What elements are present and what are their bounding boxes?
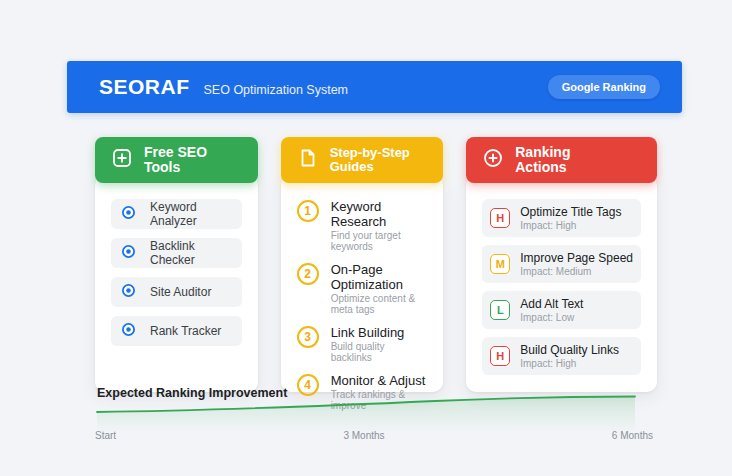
axis-label-6-months: 6 Months bbox=[612, 430, 653, 441]
tool-keyword-analyzer[interactable]: Keyword Analyzer bbox=[111, 199, 242, 229]
impact-badge-high: H bbox=[490, 208, 510, 228]
tool-label: Site Auditor bbox=[150, 285, 211, 299]
action-add-alt-text[interactable]: L Add Alt Text Impact: Low bbox=[482, 291, 641, 329]
card-title: Free SEO Tools bbox=[144, 145, 240, 176]
ranking-actions-card: Ranking Actions H Optimize Title Tags Im… bbox=[466, 137, 657, 392]
free-seo-tools-card: Free SEO Tools Keyword Analyzer Backlink… bbox=[95, 137, 258, 392]
impact-badge-low: L bbox=[490, 300, 510, 320]
step-title: On-Page Optimization bbox=[331, 262, 428, 292]
card-title: Step-by-Step Guides bbox=[330, 146, 426, 175]
impact-badge-high: H bbox=[490, 346, 510, 366]
document-icon bbox=[297, 147, 319, 172]
step-title: Link Building bbox=[331, 325, 428, 340]
step-subtitle: Build quality backlinks bbox=[331, 341, 428, 363]
axis-label-3-months: 3 Months bbox=[343, 430, 384, 441]
chart-x-axis: Start 3 Months 6 Months bbox=[95, 430, 653, 441]
step-number: 3 bbox=[297, 326, 319, 348]
tool-site-auditor[interactable]: Site Auditor bbox=[111, 277, 242, 307]
free-seo-tools-header: Free SEO Tools bbox=[95, 137, 258, 183]
tool-label: Backlink Checker bbox=[150, 239, 232, 267]
action-title: Build Quality Links bbox=[520, 343, 619, 357]
guide-step-1: 1 Keyword Research Find your target keyw… bbox=[297, 199, 428, 252]
ranking-actions-header: Ranking Actions bbox=[466, 137, 657, 183]
action-impact: Impact: High bbox=[520, 358, 619, 369]
app-header: SEORAF SEO Optimization System Google Ra… bbox=[67, 61, 682, 113]
guides-card: Step-by-Step Guides 1 Keyword Research F… bbox=[281, 137, 444, 392]
action-impact: Impact: High bbox=[520, 220, 621, 231]
radio-icon bbox=[121, 244, 136, 263]
free-seo-tools-body: Keyword Analyzer Backlink Checker Site A… bbox=[95, 175, 258, 392]
action-optimize-title-tags[interactable]: H Optimize Title Tags Impact: High bbox=[482, 199, 641, 237]
brand-tagline: SEO Optimization System bbox=[204, 83, 349, 97]
step-subtitle: Optimize content & meta tags bbox=[331, 293, 428, 315]
tool-rank-tracker[interactable]: Rank Tracker bbox=[111, 316, 242, 346]
axis-label-start: Start bbox=[95, 430, 116, 441]
radio-icon bbox=[121, 322, 136, 341]
action-title: Optimize Title Tags bbox=[520, 205, 621, 219]
action-impact: Impact: Medium bbox=[520, 266, 633, 277]
tool-backlink-checker[interactable]: Backlink Checker bbox=[111, 238, 242, 268]
ranking-improvement-chart: Expected Ranking Improvement Start 3 Mon… bbox=[95, 386, 655, 448]
step-number: 1 bbox=[297, 200, 319, 222]
tool-label: Keyword Analyzer bbox=[150, 200, 232, 228]
guide-step-3: 3 Link Building Build quality backlinks bbox=[297, 325, 428, 363]
ranking-actions-body: H Optimize Title Tags Impact: High M Imp… bbox=[466, 175, 657, 392]
step-subtitle: Find your target keywords bbox=[331, 230, 428, 252]
radio-icon bbox=[121, 205, 136, 224]
brand: SEORAF SEO Optimization System bbox=[99, 75, 348, 99]
page: SEORAF SEO Optimization System Google Ra… bbox=[0, 0, 732, 476]
step-title: Keyword Research bbox=[331, 199, 428, 229]
google-ranking-button[interactable]: Google Ranking bbox=[548, 75, 660, 99]
guides-body: 1 Keyword Research Find your target keyw… bbox=[281, 175, 444, 392]
guides-header: Step-by-Step Guides bbox=[281, 137, 444, 183]
action-build-quality-links[interactable]: H Build Quality Links Impact: High bbox=[482, 337, 641, 375]
action-title: Improve Page Speed bbox=[520, 251, 633, 265]
brand-logo: SEORAF bbox=[99, 75, 190, 99]
card-title: Ranking Actions bbox=[515, 145, 611, 176]
plus-circle-icon bbox=[482, 147, 504, 172]
tool-label: Rank Tracker bbox=[150, 324, 221, 338]
plus-square-icon bbox=[111, 147, 133, 172]
radio-icon bbox=[121, 283, 136, 302]
action-title: Add Alt Text bbox=[520, 297, 583, 311]
step-number: 2 bbox=[297, 263, 319, 285]
impact-badge-medium: M bbox=[490, 254, 510, 274]
guide-step-2: 2 On-Page Optimization Optimize content … bbox=[297, 262, 428, 315]
action-impact: Impact: Low bbox=[520, 312, 583, 323]
cards-row: Free SEO Tools Keyword Analyzer Backlink… bbox=[95, 137, 657, 392]
trend-line-chart bbox=[95, 392, 637, 432]
action-improve-page-speed[interactable]: M Improve Page Speed Impact: Medium bbox=[482, 245, 641, 283]
